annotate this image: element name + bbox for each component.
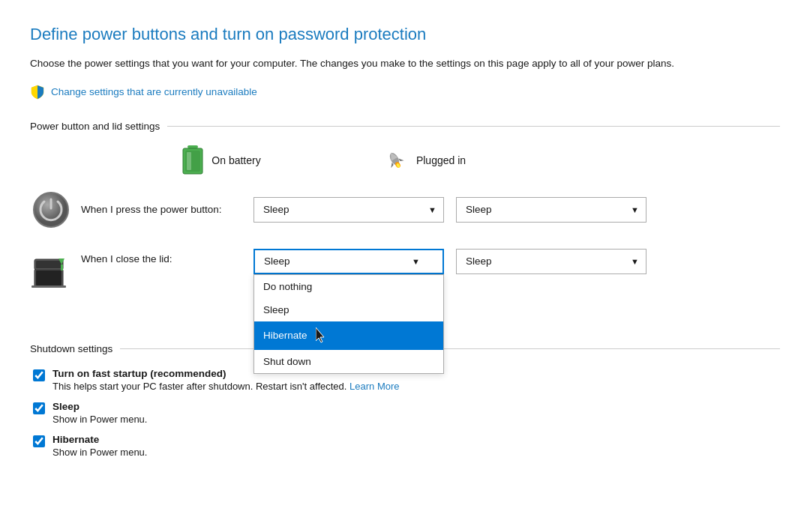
power-button-section-header: Power button and lid settings [30, 121, 780, 132]
svg-marker-20 [316, 327, 324, 342]
power-button-row: When I press the power button: Sleep Do … [30, 181, 780, 238]
change-settings-label: Change settings that are currently unava… [51, 86, 257, 97]
on-battery-header: On battery [120, 145, 322, 175]
svg-rect-18 [61, 265, 63, 270]
power-button-label: When I press the power button: [81, 204, 254, 215]
dropdown-option-shut-down[interactable]: Shut down [254, 350, 443, 373]
sleep-sublabel: Show in Power menu. [52, 414, 147, 425]
sleep-main-label[interactable]: Sleep [52, 401, 147, 412]
power-button-dropdowns: Sleep Do nothing Hibernate Shut down ▼ S… [254, 197, 646, 223]
power-button-icon [32, 191, 70, 229]
dropdown-option-do-nothing[interactable]: Do nothing [254, 275, 443, 298]
page-description: Choose the power settings that you want … [30, 56, 765, 71]
svg-point-11 [34, 193, 68, 227]
svg-rect-16 [36, 261, 62, 268]
change-settings-link[interactable]: Change settings that are currently unava… [30, 85, 780, 100]
cursor-icon [316, 327, 326, 344]
close-lid-selected-value: Sleep [264, 256, 290, 267]
svg-marker-10 [398, 157, 404, 163]
fast-startup-sublabel-text: This helps start your PC faster after sh… [52, 381, 346, 392]
svg-rect-14 [36, 270, 62, 285]
shutdown-section-label: Shutdown settings [30, 343, 112, 354]
dropdown-option-hibernate[interactable]: Hibernate [254, 321, 443, 350]
close-lid-on-battery-dropdown-button[interactable]: Sleep ▼ [254, 249, 444, 274]
page-title: Define power buttons and turn on passwor… [30, 24, 780, 46]
power-button-on-battery-dropdown[interactable]: Sleep Do nothing Hibernate Shut down [254, 197, 444, 223]
battery-icon [182, 145, 204, 175]
column-headers: On battery Plugged in [30, 145, 780, 175]
hibernate-checkbox[interactable] [33, 435, 45, 447]
power-button-section-label: Power button and lid settings [30, 121, 160, 132]
close-lid-dropdown-list: Do nothing Sleep Hibernate Shut down [254, 274, 444, 374]
close-lid-on-battery-dropdown-container: Sleep ▼ Do nothing Sleep Hibernate Shut … [254, 249, 444, 274]
hibernate-row: Hibernate Show in Power menu. [30, 434, 780, 458]
plugged-in-header: Plugged in [322, 150, 525, 171]
svg-rect-19 [32, 285, 66, 288]
shutdown-divider [120, 348, 780, 349]
close-lid-label: When I close the lid: [81, 253, 254, 265]
hibernate-main-label[interactable]: Hibernate [52, 434, 147, 445]
close-lid-icon [32, 257, 70, 288]
chevron-down-icon: ▼ [412, 257, 420, 266]
shield-icon [30, 85, 45, 100]
section-divider [167, 126, 780, 127]
power-button-plugged-in-dropdown-wrapper: Sleep Do nothing Hibernate Shut down ▼ [456, 197, 646, 223]
fast-startup-sublabel: This helps start your PC faster after sh… [52, 381, 400, 392]
on-battery-label: On battery [212, 154, 260, 166]
power-button-icon-wrapper [30, 189, 72, 231]
hibernate-sublabel: Show in Power menu. [52, 447, 147, 458]
close-lid-row: When I close the lid: Sleep ▼ Do nothing… [30, 238, 780, 301]
close-lid-plugged-in-dropdown-wrapper: Sleep Do nothing Hibernate Shut down ▼ [456, 249, 646, 274]
power-button-plugged-in-dropdown[interactable]: Sleep Do nothing Hibernate Shut down [456, 197, 646, 223]
fast-startup-checkbox[interactable] [33, 369, 45, 381]
sleep-label-group: Sleep Show in Power menu. [52, 401, 147, 425]
plugged-in-icon [382, 150, 409, 171]
svg-rect-0 [188, 145, 198, 148]
sleep-checkbox[interactable] [33, 402, 45, 414]
hibernate-label-group: Hibernate Show in Power menu. [52, 434, 147, 458]
sleep-row: Sleep Show in Power menu. [30, 401, 780, 425]
learn-more-link[interactable]: Learn More [350, 381, 399, 392]
power-button-on-battery-dropdown-wrapper: Sleep Do nothing Hibernate Shut down ▼ [254, 197, 444, 223]
close-lid-icon-wrapper [30, 252, 72, 294]
close-lid-plugged-in-dropdown[interactable]: Sleep Do nothing Hibernate Shut down [456, 249, 646, 274]
close-lid-dropdowns: Sleep ▼ Do nothing Sleep Hibernate Shut … [254, 249, 646, 274]
plugged-in-label: Plugged in [416, 154, 466, 166]
settings-grid: On battery Plugged in [30, 145, 780, 301]
svg-rect-4 [187, 152, 191, 170]
dropdown-option-sleep[interactable]: Sleep [254, 298, 443, 321]
